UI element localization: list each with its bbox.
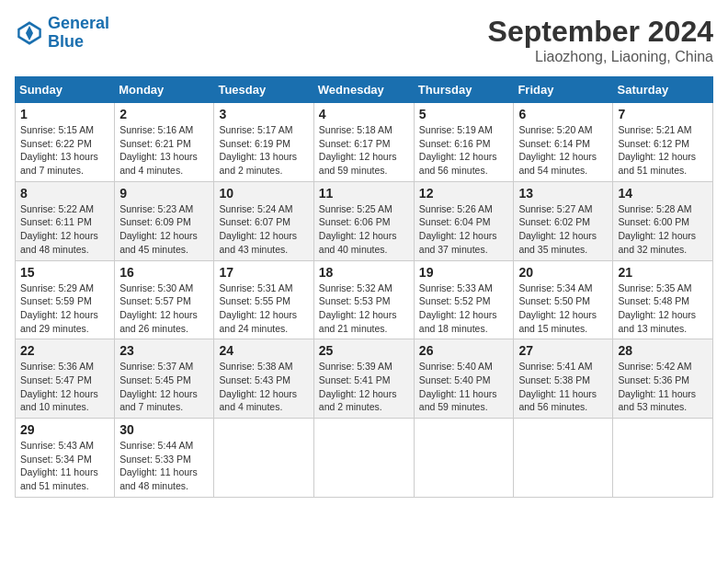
day-cell xyxy=(414,419,514,498)
day-number: 1 xyxy=(20,107,109,121)
day-cell: 10Sunrise: 5:24 AM Sunset: 6:07 PM Dayli… xyxy=(214,181,313,260)
day-cell: 9Sunrise: 5:23 AM Sunset: 6:09 PM Daylig… xyxy=(115,181,214,260)
day-info: Sunrise: 5:30 AM Sunset: 5:57 PM Dayligh… xyxy=(119,282,209,336)
day-info: Sunrise: 5:22 AM Sunset: 6:11 PM Dayligh… xyxy=(20,202,109,257)
day-number: 15 xyxy=(20,265,109,280)
week-row-1: 1Sunrise: 5:15 AM Sunset: 6:22 PM Daylig… xyxy=(16,103,713,182)
logo-icon xyxy=(15,18,44,48)
day-info: Sunrise: 5:26 AM Sunset: 6:04 PM Dayligh… xyxy=(419,202,509,257)
day-cell xyxy=(514,419,613,498)
week-row-5: 29Sunrise: 5:43 AM Sunset: 5:34 PM Dayli… xyxy=(16,419,713,498)
week-row-4: 22Sunrise: 5:36 AM Sunset: 5:47 PM Dayli… xyxy=(16,339,713,419)
day-info: Sunrise: 5:41 AM Sunset: 5:38 PM Dayligh… xyxy=(518,360,608,414)
day-cell: 25Sunrise: 5:39 AM Sunset: 5:41 PM Dayli… xyxy=(313,339,414,419)
day-number: 23 xyxy=(119,343,209,358)
day-info: Sunrise: 5:31 AM Sunset: 5:55 PM Dayligh… xyxy=(219,282,308,336)
day-info: Sunrise: 5:25 AM Sunset: 6:06 PM Dayligh… xyxy=(319,202,409,257)
day-number: 18 xyxy=(319,265,409,280)
column-header-saturday: Saturday xyxy=(613,77,713,103)
day-number: 3 xyxy=(219,107,308,121)
day-cell: 24Sunrise: 5:38 AM Sunset: 5:43 PM Dayli… xyxy=(214,339,313,419)
column-header-tuesday: Tuesday xyxy=(214,77,313,103)
day-number: 7 xyxy=(618,107,708,121)
day-cell: 2Sunrise: 5:16 AM Sunset: 6:21 PM Daylig… xyxy=(115,103,214,182)
day-cell: 23Sunrise: 5:37 AM Sunset: 5:45 PM Dayli… xyxy=(115,339,214,419)
page-header: General Blue September 2024 Liaozhong, L… xyxy=(15,15,713,65)
day-number: 2 xyxy=(119,107,209,121)
day-number: 21 xyxy=(618,265,708,280)
calendar-header: SundayMondayTuesdayWednesdayThursdayFrid… xyxy=(16,77,713,103)
header-row: SundayMondayTuesdayWednesdayThursdayFrid… xyxy=(16,77,713,103)
day-number: 10 xyxy=(219,186,308,201)
day-number: 13 xyxy=(518,186,608,201)
day-info: Sunrise: 5:23 AM Sunset: 6:09 PM Dayligh… xyxy=(119,202,209,257)
page-title: September 2024 xyxy=(488,15,713,49)
day-cell: 13Sunrise: 5:27 AM Sunset: 6:02 PM Dayli… xyxy=(514,181,613,260)
column-header-wednesday: Wednesday xyxy=(313,77,414,103)
day-number: 14 xyxy=(618,186,708,201)
day-info: Sunrise: 5:34 AM Sunset: 5:50 PM Dayligh… xyxy=(518,282,608,336)
day-number: 16 xyxy=(119,265,209,280)
day-cell: 7Sunrise: 5:21 AM Sunset: 6:12 PM Daylig… xyxy=(613,103,713,182)
day-cell: 17Sunrise: 5:31 AM Sunset: 5:55 PM Dayli… xyxy=(214,260,313,339)
logo-general: General xyxy=(48,14,109,32)
day-info: Sunrise: 5:37 AM Sunset: 5:45 PM Dayligh… xyxy=(119,360,209,414)
day-number: 4 xyxy=(319,107,409,121)
day-number: 19 xyxy=(419,265,509,280)
day-number: 28 xyxy=(618,343,708,358)
day-info: Sunrise: 5:42 AM Sunset: 5:36 PM Dayligh… xyxy=(618,360,708,414)
day-info: Sunrise: 5:16 AM Sunset: 6:21 PM Dayligh… xyxy=(119,123,209,178)
calendar-table: SundayMondayTuesdayWednesdayThursdayFrid… xyxy=(15,76,713,498)
day-number: 29 xyxy=(20,422,109,437)
day-info: Sunrise: 5:40 AM Sunset: 5:40 PM Dayligh… xyxy=(419,360,509,414)
day-info: Sunrise: 5:39 AM Sunset: 5:41 PM Dayligh… xyxy=(319,360,409,414)
column-header-thursday: Thursday xyxy=(414,77,514,103)
column-header-friday: Friday xyxy=(514,77,613,103)
logo-text: General Blue xyxy=(48,15,109,52)
column-header-monday: Monday xyxy=(115,77,214,103)
day-cell: 12Sunrise: 5:26 AM Sunset: 6:04 PM Dayli… xyxy=(414,181,514,260)
day-info: Sunrise: 5:20 AM Sunset: 6:14 PM Dayligh… xyxy=(518,123,608,178)
day-number: 6 xyxy=(518,107,608,121)
day-cell: 6Sunrise: 5:20 AM Sunset: 6:14 PM Daylig… xyxy=(514,103,613,182)
day-cell: 1Sunrise: 5:15 AM Sunset: 6:22 PM Daylig… xyxy=(16,103,115,182)
day-cell: 26Sunrise: 5:40 AM Sunset: 5:40 PM Dayli… xyxy=(414,339,514,419)
logo: General Blue xyxy=(15,15,109,52)
day-number: 5 xyxy=(419,107,509,121)
day-info: Sunrise: 5:33 AM Sunset: 5:52 PM Dayligh… xyxy=(419,282,509,336)
day-info: Sunrise: 5:15 AM Sunset: 6:22 PM Dayligh… xyxy=(20,123,109,178)
day-cell: 18Sunrise: 5:32 AM Sunset: 5:53 PM Dayli… xyxy=(313,260,414,339)
day-cell: 8Sunrise: 5:22 AM Sunset: 6:11 PM Daylig… xyxy=(16,181,115,260)
day-cell xyxy=(214,419,313,498)
day-cell xyxy=(313,419,414,498)
day-info: Sunrise: 5:18 AM Sunset: 6:17 PM Dayligh… xyxy=(319,123,409,178)
day-number: 30 xyxy=(119,422,209,437)
day-number: 25 xyxy=(319,343,409,358)
day-cell: 16Sunrise: 5:30 AM Sunset: 5:57 PM Dayli… xyxy=(115,260,214,339)
day-cell xyxy=(613,419,713,498)
column-header-sunday: Sunday xyxy=(16,77,115,103)
day-info: Sunrise: 5:43 AM Sunset: 5:34 PM Dayligh… xyxy=(20,439,109,493)
logo-blue: Blue xyxy=(48,32,84,51)
day-number: 12 xyxy=(419,186,509,201)
day-cell: 19Sunrise: 5:33 AM Sunset: 5:52 PM Dayli… xyxy=(414,260,514,339)
week-row-2: 8Sunrise: 5:22 AM Sunset: 6:11 PM Daylig… xyxy=(16,181,713,260)
day-info: Sunrise: 5:38 AM Sunset: 5:43 PM Dayligh… xyxy=(219,360,308,414)
day-info: Sunrise: 5:32 AM Sunset: 5:53 PM Dayligh… xyxy=(319,282,409,336)
day-info: Sunrise: 5:27 AM Sunset: 6:02 PM Dayligh… xyxy=(518,202,608,257)
day-number: 27 xyxy=(518,343,608,358)
day-info: Sunrise: 5:44 AM Sunset: 5:33 PM Dayligh… xyxy=(119,439,209,493)
day-number: 22 xyxy=(20,343,109,358)
day-cell: 20Sunrise: 5:34 AM Sunset: 5:50 PM Dayli… xyxy=(514,260,613,339)
day-cell: 21Sunrise: 5:35 AM Sunset: 5:48 PM Dayli… xyxy=(613,260,713,339)
week-row-3: 15Sunrise: 5:29 AM Sunset: 5:59 PM Dayli… xyxy=(16,260,713,339)
day-cell: 28Sunrise: 5:42 AM Sunset: 5:36 PM Dayli… xyxy=(613,339,713,419)
day-cell: 27Sunrise: 5:41 AM Sunset: 5:38 PM Dayli… xyxy=(514,339,613,419)
day-number: 26 xyxy=(419,343,509,358)
day-info: Sunrise: 5:24 AM Sunset: 6:07 PM Dayligh… xyxy=(219,202,308,257)
day-cell: 22Sunrise: 5:36 AM Sunset: 5:47 PM Dayli… xyxy=(16,339,115,419)
title-area: September 2024 Liaozhong, Liaoning, Chin… xyxy=(488,15,713,65)
day-number: 20 xyxy=(518,265,608,280)
day-cell: 3Sunrise: 5:17 AM Sunset: 6:19 PM Daylig… xyxy=(214,103,313,182)
day-cell: 14Sunrise: 5:28 AM Sunset: 6:00 PM Dayli… xyxy=(613,181,713,260)
